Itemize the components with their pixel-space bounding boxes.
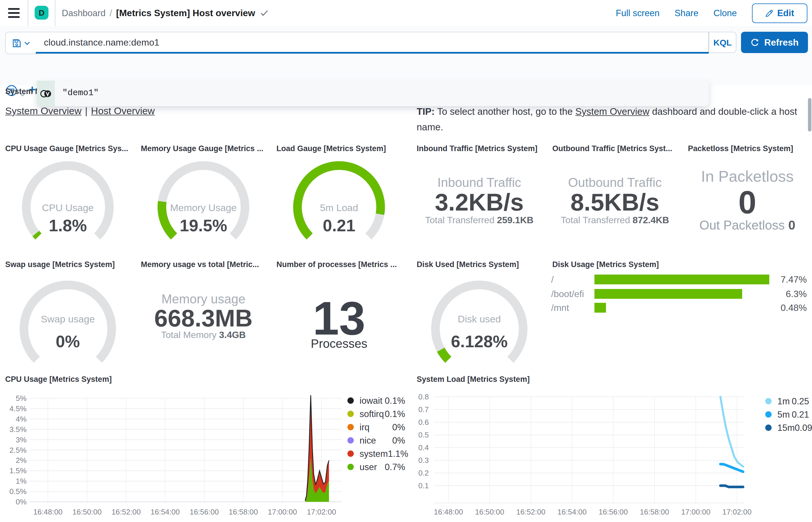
svg-text:3%: 3% xyxy=(16,436,26,444)
refresh-button[interactable]: Refresh xyxy=(741,32,808,53)
load-gauge-label: 5m Load xyxy=(271,202,407,214)
host-overview-link[interactable]: Host Overview xyxy=(91,105,155,117)
legend-item-nice[interactable]: nice0% xyxy=(348,434,405,447)
svg-text:16:58:00: 16:58:00 xyxy=(640,507,669,516)
inbound-total: Total Transferred 259.1KB xyxy=(412,215,547,225)
svg-text:0.5: 0.5 xyxy=(418,430,429,439)
svg-text:0.7: 0.7 xyxy=(418,405,429,414)
svg-text:1.5%: 1.5% xyxy=(9,466,26,475)
disk-used-value: 6.128% xyxy=(412,332,547,351)
legend-item-system[interactable]: system1.1% xyxy=(348,447,405,460)
breadcrumb-separator: / xyxy=(110,8,112,18)
breadcrumb-dashboard[interactable]: Dashboard xyxy=(62,8,106,18)
panel-title-disk-used: Disk Used [Metrics System] xyxy=(417,260,519,269)
svg-text:17:02:00: 17:02:00 xyxy=(307,507,336,516)
outbound-total: Total Transferred 872.4KB xyxy=(547,215,683,225)
kql-value-icon xyxy=(40,89,52,98)
panel-title-load-gauge: Load Gauge [Metrics System] xyxy=(276,144,386,153)
cpu-gauge-value: 1.8% xyxy=(0,216,136,235)
svg-text:17:00:00: 17:00:00 xyxy=(681,507,710,516)
space-avatar[interactable]: D xyxy=(35,6,48,20)
swap-gauge-value: 0% xyxy=(0,332,136,351)
svg-text:5%: 5% xyxy=(16,394,26,403)
legend-item-softirq[interactable]: softirq0.1% xyxy=(348,407,405,421)
edit-button[interactable]: Edit xyxy=(752,3,807,23)
out-packetloss: Out Packetloss 0 xyxy=(683,218,812,233)
legend-dot-icon xyxy=(348,437,354,444)
in-packetloss-value: 0 xyxy=(683,183,812,221)
kibana-dashboard: D Dashboard / [Metrics System] Host over… xyxy=(0,0,812,522)
chevron-down-icon xyxy=(24,41,30,45)
disk-used-label: Disk used xyxy=(412,314,547,325)
breadcrumb: Dashboard / [Metrics System] Host overvi… xyxy=(62,0,269,26)
search-input[interactable]: cloud.instance.name:demo1 xyxy=(36,32,709,53)
clone-link[interactable]: Clone xyxy=(713,8,737,18)
disk-row-label: /boot/efi xyxy=(551,289,584,299)
disk-usage-bar[interactable] xyxy=(594,289,742,299)
suggestion-type-cell xyxy=(37,81,55,106)
divider xyxy=(28,0,28,26)
disk-usage-bar[interactable] xyxy=(594,303,606,312)
svg-text:4.5%: 4.5% xyxy=(9,404,26,413)
share-link[interactable]: Share xyxy=(675,8,699,18)
panel-title-memory-usage: Memory usage vs total [Metric... xyxy=(141,260,259,269)
memory-gauge-label: Memory Usage xyxy=(136,202,271,214)
legend-item-iowait[interactable]: iowait0.1% xyxy=(348,394,405,407)
suggestion-item-demo1[interactable]: "demo1" xyxy=(55,81,99,106)
svg-text:16:50:00: 16:50:00 xyxy=(73,507,102,516)
disk-row-label: /mnt xyxy=(551,303,569,313)
top-header: D Dashboard / [Metrics System] Host over… xyxy=(0,0,812,26)
svg-text:0.4: 0.4 xyxy=(418,443,429,452)
svg-text:0.5%: 0.5% xyxy=(9,487,26,496)
svg-text:16:58:00: 16:58:00 xyxy=(229,507,258,516)
memory-usage-value: 668.3MB xyxy=(136,304,271,332)
pencil-icon xyxy=(765,9,773,17)
legend-item-1m[interactable]: 1m0.25 xyxy=(765,395,809,408)
svg-text:1%: 1% xyxy=(16,477,26,485)
svg-text:2.5%: 2.5% xyxy=(9,446,26,455)
full-screen-link[interactable]: Full screen xyxy=(616,8,660,18)
outbound-value: 8.5KB/s xyxy=(547,188,683,216)
swap-gauge-label: Swap usage xyxy=(0,314,136,325)
svg-text:16:52:00: 16:52:00 xyxy=(516,507,546,516)
memory-gauge-value: 19.5% xyxy=(136,216,271,235)
input-focus-underline xyxy=(36,52,709,54)
svg-text:16:52:00: 16:52:00 xyxy=(112,507,140,516)
panel-title-inbound: Inbound Traffic [Metrics System] xyxy=(417,144,538,153)
legend-dot-icon xyxy=(765,411,772,418)
svg-text:16:56:00: 16:56:00 xyxy=(599,507,628,516)
legend-dot-icon xyxy=(765,424,772,431)
cpu-chart-legend: iowait0.1%softirq0.1%irq0%nice0%system1.… xyxy=(348,394,405,474)
disk-usage-bars: /7.47%/boot/efi6.3%/mnt0.48% xyxy=(547,256,812,372)
page-title: [Metrics System] Host overview xyxy=(116,8,255,18)
svg-text:0.1: 0.1 xyxy=(418,481,429,490)
legend-dot-icon xyxy=(348,411,354,417)
legend-item-5m[interactable]: 5m0.21 xyxy=(765,408,809,421)
header-actions: Full screen Share Clone Edit xyxy=(616,0,807,26)
legend-item-irq[interactable]: irq0% xyxy=(348,421,405,434)
svg-text:0.6: 0.6 xyxy=(418,418,429,426)
tip-system-overview-link[interactable]: System Overview xyxy=(575,106,650,117)
query-suggestion-popup: "demo1" xyxy=(37,81,709,106)
svg-text:16:54:00: 16:54:00 xyxy=(557,507,587,516)
legend-item-15m[interactable]: 15m0.09 xyxy=(765,421,809,434)
cpu-gauge-label: CPU Usage xyxy=(0,202,136,214)
processes-label: Processes xyxy=(271,337,407,351)
panel-title-cpu-gauge: CPU Usage Gauge [Metrics Sys... xyxy=(5,144,128,153)
svg-text:16:50:00: 16:50:00 xyxy=(475,507,504,516)
disk-row-value: 0.48% xyxy=(767,303,807,313)
disk-row-label: / xyxy=(551,275,554,285)
load-chart-legend: 1m0.255m0.2115m0.09 xyxy=(765,395,809,434)
legend-item-user[interactable]: user0.7% xyxy=(348,460,405,474)
menu-icon[interactable] xyxy=(8,8,20,18)
check-icon[interactable] xyxy=(260,9,269,16)
svg-text:0.2: 0.2 xyxy=(418,469,429,477)
disk-usage-bar[interactable] xyxy=(594,275,769,284)
svg-text:0%: 0% xyxy=(16,498,26,506)
divider xyxy=(55,0,55,26)
kql-button[interactable]: KQL xyxy=(709,32,736,53)
saved-query-button[interactable] xyxy=(5,32,37,54)
system-overview-link[interactable]: System Overview xyxy=(5,105,82,117)
refresh-icon xyxy=(750,38,759,47)
disk-row-value: 7.47% xyxy=(767,275,807,285)
